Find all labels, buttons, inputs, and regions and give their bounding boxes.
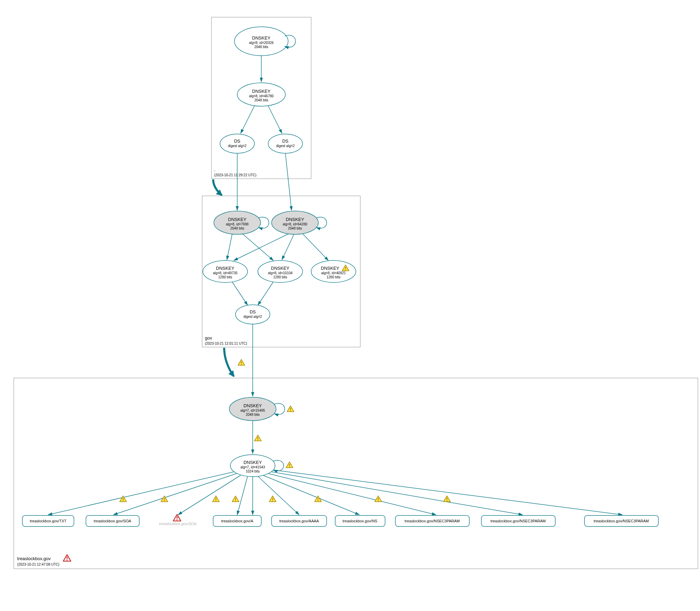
- warning-icon: [269, 496, 276, 502]
- svg-text:treaslockbox.gov/TXT: treaslockbox.gov/TXT: [30, 519, 67, 523]
- node-gov-zsk2[interactable]: DNSKEY alg=8, id=10104 1280 bits: [258, 260, 303, 282]
- node-root-ds1[interactable]: DS digest alg=2: [220, 134, 254, 153]
- svg-text:1024 bits: 1024 bits: [246, 469, 260, 473]
- node-root-ksk[interactable]: DNSKEY alg=8, id=20326 2048 bits: [234, 27, 288, 56]
- rrset-a[interactable]: treaslockbox.gov/A: [213, 515, 261, 526]
- node-gov-ds[interactable]: DS digest alg=2: [236, 305, 270, 324]
- svg-text:DNSKEY: DNSKEY: [252, 89, 271, 94]
- svg-line-55: [258, 476, 299, 515]
- svg-text:1280 bits: 1280 bits: [327, 275, 341, 279]
- warning-icon: [238, 359, 245, 365]
- svg-text:alg=8, id=64280: alg=8, id=64280: [283, 222, 307, 226]
- node-root-zsk[interactable]: DNSKEY alg=8, id=46780 2048 bits: [237, 83, 285, 106]
- rrset-nsec3param-1[interactable]: treaslockbox.gov/NSEC3PARAM: [395, 515, 469, 526]
- dnssec-graph: . (2023-10-21 11:29:22 UTC) DNSKEY alg=8…: [7, 7, 700, 611]
- edge-gk2-gz2: [282, 234, 294, 260]
- svg-line-59: [274, 470, 622, 515]
- svg-text:treaslockbox.gov/NS: treaslockbox.gov/NS: [343, 519, 378, 523]
- rrset-ns[interactable]: treaslockbox.gov/NS: [335, 515, 385, 526]
- edge-deleg-gov-tl: [224, 348, 234, 376]
- svg-text:treaslockbox.gov/AAAA: treaslockbox.gov/AAAA: [280, 519, 319, 523]
- svg-text:2048 bits: 2048 bits: [230, 226, 244, 230]
- svg-line-58: [272, 472, 523, 515]
- svg-text:DNSKEY: DNSKEY: [321, 266, 339, 271]
- rrset-nsec3param-3[interactable]: treaslockbox.gov/NSEC3PARAM: [584, 515, 658, 526]
- rrset-nsec3param-2[interactable]: treaslockbox.gov/NSEC3PARAM: [481, 515, 555, 526]
- edge-gk2-gz3: [303, 234, 328, 260]
- svg-text:digest alg=2: digest alg=2: [228, 144, 247, 148]
- svg-line-53: [237, 476, 248, 515]
- svg-text:DS: DS: [282, 138, 288, 144]
- svg-text:DNSKEY: DNSKEY: [228, 217, 247, 222]
- svg-text:alg=8, id=20326: alg=8, id=20326: [249, 41, 274, 45]
- edge-gz1-govds: [232, 282, 248, 305]
- svg-text:alg=8, id=46780: alg=8, id=46780: [249, 94, 274, 98]
- svg-point-16: [268, 134, 303, 153]
- svg-text:1280 bits: 1280 bits: [218, 275, 232, 279]
- edge-deleg-root-gov: [213, 179, 222, 195]
- error-icon: [173, 514, 181, 521]
- warning-icon: [212, 496, 219, 502]
- node-gov-zsk3[interactable]: DNSKEY alg=8, id=40921 1280 bits: [311, 260, 356, 282]
- rrset-soa[interactable]: treaslockbox.gov/SOA: [86, 515, 139, 526]
- zone-treaslockbox-timestamp: (2023-10-21 12:47:08 UTC): [17, 563, 59, 566]
- node-gov-ksk1[interactable]: DNSKEY alg=8, id=7698 2048 bits: [214, 211, 261, 234]
- svg-text:2048 bits: 2048 bits: [254, 98, 269, 102]
- svg-line-51: [113, 474, 237, 515]
- zone-treaslockbox-box: [14, 378, 698, 569]
- svg-text:DS: DS: [250, 309, 256, 314]
- svg-text:treaslockbox.gov/SOA: treaslockbox.gov/SOA: [94, 519, 131, 523]
- svg-text:2048 bits: 2048 bits: [288, 226, 302, 230]
- zone-treaslockbox-label: treaslockbox.gov: [17, 556, 51, 561]
- svg-line-52: [178, 475, 241, 515]
- edge-rootzsk-ds1: [241, 106, 254, 133]
- rrset-soa-faded[interactable]: treaslockbox.gov/SOA: [159, 514, 197, 526]
- svg-text:DNSKEY: DNSKEY: [243, 403, 262, 408]
- svg-text:DNSKEY: DNSKEY: [286, 217, 304, 222]
- svg-text:DNSKEY: DNSKEY: [252, 35, 271, 41]
- warning-icon: [232, 496, 239, 502]
- edge-gk1-gz1: [227, 234, 232, 260]
- svg-text:treaslockbox.gov/NSEC3PARAM: treaslockbox.gov/NSEC3PARAM: [491, 519, 546, 523]
- node-gov-ksk2[interactable]: DNSKEY alg=8, id=64280 2048 bits: [272, 211, 318, 234]
- svg-text:DNSKEY: DNSKEY: [243, 460, 262, 465]
- edge-gk2-gz1: [234, 234, 289, 260]
- svg-point-39: [236, 305, 270, 324]
- warning-icon: [254, 435, 261, 441]
- rrset-txt[interactable]: treaslockbox.gov/TXT: [22, 515, 74, 526]
- svg-text:2048 bits: 2048 bits: [254, 45, 269, 49]
- warning-icon: [286, 462, 293, 468]
- edge-gk1-gz2: [242, 234, 273, 260]
- svg-text:DS: DS: [234, 138, 240, 144]
- edge-ds2-govksk2: [285, 153, 292, 210]
- svg-text:1280 bits: 1280 bits: [273, 275, 287, 279]
- rrset-aaaa[interactable]: treaslockbox.gov/AAAA: [272, 515, 327, 526]
- svg-text:alg=8, id=7698: alg=8, id=7698: [226, 222, 249, 226]
- svg-text:2048 bits: 2048 bits: [246, 413, 260, 416]
- node-root-ds2[interactable]: DS digest alg=2: [268, 134, 303, 153]
- svg-text:DNSKEY: DNSKEY: [271, 266, 289, 271]
- error-icon: [63, 555, 71, 561]
- zone-gov-label: gov: [205, 335, 212, 341]
- svg-point-13: [220, 134, 254, 153]
- svg-text:treaslockbox.gov/A: treaslockbox.gov/A: [221, 519, 254, 523]
- warning-icon: [375, 496, 382, 502]
- svg-text:alg=8, id=49735: alg=8, id=49735: [213, 271, 238, 275]
- svg-text:digest alg=2: digest alg=2: [243, 315, 262, 319]
- node-gov-zsk1[interactable]: DNSKEY alg=8, id=49735 1280 bits: [203, 260, 248, 282]
- warning-icon: [444, 496, 450, 502]
- svg-text:treaslockbox.gov/NSEC3PARAM: treaslockbox.gov/NSEC3PARAM: [594, 519, 649, 523]
- zone-root-label: .: [214, 167, 216, 172]
- svg-line-50: [48, 472, 234, 515]
- svg-line-56: [263, 475, 359, 515]
- node-tl-ksk[interactable]: DNSKEY alg=7, id=15495 2048 bits: [229, 397, 276, 421]
- svg-text:alg=7, id=15495: alg=7, id=15495: [240, 409, 265, 412]
- svg-line-57: [268, 474, 436, 515]
- zone-gov-timestamp: (2023-10-21 12:01:11 UTC): [205, 342, 247, 345]
- svg-text:alg=8, id=10104: alg=8, id=10104: [268, 271, 293, 275]
- warning-icon: [287, 406, 294, 412]
- zone-root-timestamp: (2023-10-21 11:29:22 UTC): [214, 173, 256, 177]
- svg-text:alg=8, id=40921: alg=8, id=40921: [321, 271, 346, 275]
- svg-text:digest alg=2: digest alg=2: [276, 144, 295, 148]
- svg-text:treaslockbox.gov/NSEC3PARAM: treaslockbox.gov/NSEC3PARAM: [405, 519, 460, 523]
